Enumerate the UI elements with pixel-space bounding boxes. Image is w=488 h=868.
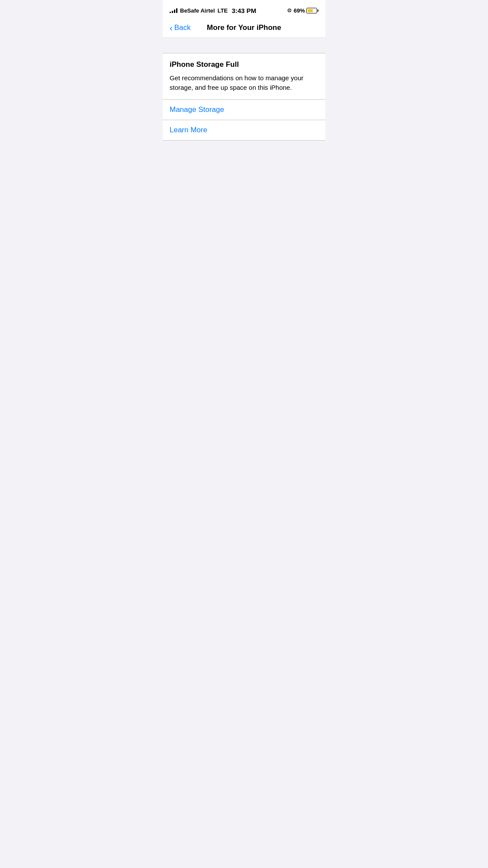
storage-card: iPhone Storage Full Get recommendations … <box>163 53 325 141</box>
status-time: 3:43 PM <box>232 7 256 14</box>
battery-icon <box>306 8 318 13</box>
battery-fill <box>308 9 313 12</box>
back-label: Back <box>174 23 191 32</box>
signal-bar-1 <box>170 12 171 13</box>
battery-container: 69% <box>294 7 318 14</box>
storage-description: Get recommendations on how to manage you… <box>170 73 318 92</box>
battery-body <box>306 8 317 13</box>
status-left: BeSafe Airtel LTE <box>170 7 228 14</box>
back-button[interactable]: ‹ Back <box>170 23 190 32</box>
manage-storage-link[interactable]: Manage Storage <box>170 105 318 114</box>
carrier-name: BeSafe Airtel <box>180 7 215 14</box>
storage-info-section: iPhone Storage Full Get recommendations … <box>163 53 325 100</box>
location-icon: ⊙ <box>287 7 291 13</box>
page-title: More for Your iPhone <box>207 23 281 32</box>
signal-bar-4 <box>176 8 177 13</box>
signal-bar-3 <box>174 10 175 13</box>
nav-bar: ‹ Back More for Your iPhone <box>163 19 325 38</box>
status-bar: BeSafe Airtel LTE 3:43 PM ⊙ 69% <box>163 0 325 19</box>
learn-more-row[interactable]: Learn More <box>163 120 325 140</box>
storage-title: iPhone Storage Full <box>170 60 318 69</box>
signal-bar-2 <box>172 11 173 13</box>
bottom-area <box>163 141 325 314</box>
status-right: ⊙ 69% <box>287 7 318 14</box>
signal-bars-icon <box>170 8 177 13</box>
back-chevron-icon: ‹ <box>170 23 173 32</box>
learn-more-link[interactable]: Learn More <box>170 126 318 134</box>
manage-storage-row[interactable]: Manage Storage <box>163 100 325 120</box>
section-divider <box>163 38 325 53</box>
network-type: LTE <box>217 7 228 14</box>
battery-tip <box>318 10 318 12</box>
battery-percent: 69% <box>294 7 305 14</box>
